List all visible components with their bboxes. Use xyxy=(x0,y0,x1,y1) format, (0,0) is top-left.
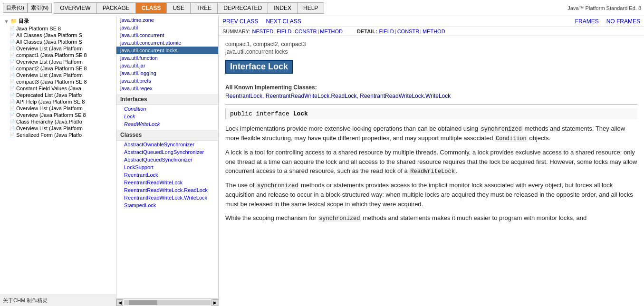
package-item[interactable]: java.util xyxy=(116,24,218,31)
package-item[interactable]: java.util.concurrent.locks xyxy=(116,47,218,54)
tree-item[interactable]: 📄 Overview List (Java Platform xyxy=(0,45,116,52)
nav-tabs: OVERVIEW PACKAGE CLASS USE TREE DEPRECAT… xyxy=(54,2,324,14)
doc-icon: 📄 xyxy=(10,33,15,38)
main-area: ▼ 📁 目录📄 Java Platform SE 8📄 All Classes … xyxy=(0,16,644,306)
class-item[interactable]: AbstractOwnableSynchronizer xyxy=(116,141,218,148)
interface-item[interactable]: Condition xyxy=(116,105,218,113)
doc-icon: 📄 xyxy=(10,86,15,91)
middle-scroll[interactable]: java.time.zonejava.utiljava.util.concurr… xyxy=(116,16,218,298)
tree-item[interactable]: 📄 API Help (Java Platform SE 8 xyxy=(0,98,116,105)
interface-item[interactable]: ReadWriteLock xyxy=(116,120,218,128)
interface-item[interactable]: Lock xyxy=(116,113,218,120)
java-platform-title: Java™ Platform Standard Ed. 8 xyxy=(567,5,641,11)
detail-label: DETAIL: xyxy=(357,29,377,34)
package-item[interactable]: java.util.prefs xyxy=(116,77,218,85)
tree-item[interactable]: 📄 compact1 (Java.Platform SE 8 xyxy=(0,52,116,58)
tree-item[interactable]: 📄 Java Platform SE 8 xyxy=(0,25,116,32)
tab-index[interactable]: INDEX xyxy=(268,2,297,14)
inline-code: ReadWriteLock xyxy=(409,168,456,175)
compact-line-2: java.util.concurrent.locks xyxy=(225,48,637,55)
interfaces-header: Interfaces xyxy=(116,94,218,105)
interface-title: Interface Lock xyxy=(225,60,293,74)
hscroll-track[interactable] xyxy=(124,300,211,305)
tree-item[interactable]: 📄 Overview List (Java Platform xyxy=(0,58,116,65)
package-item[interactable]: java.util.function xyxy=(116,54,218,62)
top-navigation: 目录(O) 索引(N) OVERVIEW PACKAGE CLASS USE T… xyxy=(0,0,644,16)
doc-icon: 📄 xyxy=(10,79,15,84)
package-item[interactable]: java.util.jar xyxy=(116,62,218,69)
package-item[interactable]: java.util.concurrent.atomic xyxy=(116,39,218,47)
right-panel: PREV CLASS NEXT CLASS FRAMES NO FRAMES S… xyxy=(219,16,644,306)
hscroll-right-btn[interactable]: ▶ xyxy=(211,299,218,306)
tree-item[interactable]: 📄 Deprecated List (Java Platfo xyxy=(0,92,116,98)
classes-list: AbstractOwnableSynchronizerAbstractQueue… xyxy=(116,141,218,209)
tree-item[interactable]: 📄 compact2 (Java Platform SE 8 xyxy=(0,65,116,72)
next-class-link[interactable]: NEXT CLASS xyxy=(266,18,301,25)
sep1: | xyxy=(274,29,276,34)
tree-item[interactable]: 📄 Overview List (Java Platform xyxy=(0,125,116,132)
middle-panel: java.time.zonejava.utiljava.util.concurr… xyxy=(116,16,219,306)
tab-overview[interactable]: OVERVIEW xyxy=(54,2,96,14)
tree-item[interactable]: 📄 Overview List (Java Platform xyxy=(0,105,116,112)
tree-item[interactable]: 📄 Class Hierarchy (Java.Platfo xyxy=(0,118,116,125)
inline-code: synchronized xyxy=(256,182,299,189)
hscroll-thumb[interactable] xyxy=(129,300,157,305)
summary-label: SUMMARY: xyxy=(222,29,250,34)
class-item[interactable]: LockSupport xyxy=(116,163,218,171)
sep2: | xyxy=(292,29,294,34)
class-item[interactable]: AbstractQueuedLongSynchronizer xyxy=(116,148,218,156)
summary-method-link[interactable]: METHOD xyxy=(320,29,343,34)
tab-use[interactable]: USE xyxy=(166,2,190,14)
description-para-1: Lock implementations provide more extens… xyxy=(225,124,637,143)
prev-class-link[interactable]: PREV CLASS xyxy=(222,18,258,25)
class-item[interactable]: ReentrantLock xyxy=(116,171,218,179)
tree-item[interactable]: 📄 compact3 (Java Platform SE 8 xyxy=(0,78,116,85)
summary-nested-link[interactable]: NESTED xyxy=(252,29,273,34)
code-declaration: public interface Lock xyxy=(225,108,637,119)
doc-icon: 📄 xyxy=(10,133,15,137)
tree-item[interactable]: ▼ 📁 目录 xyxy=(0,17,116,25)
class-item[interactable]: ReentrantReadWriteLock xyxy=(116,179,218,186)
detail-field-link[interactable]: FIELD xyxy=(379,29,394,34)
class-item[interactable]: ReentrantReadWriteLock.WriteLock xyxy=(116,194,218,201)
no-frames-link[interactable]: NO FRAMES xyxy=(606,18,640,25)
tree-item[interactable]: 📄 Overview (Java Platform SE 8 xyxy=(0,112,116,118)
doc-icon: 📄 xyxy=(10,113,15,117)
tab-tree[interactable]: TREE xyxy=(190,2,217,14)
class-item[interactable]: AbstractQueuedSynchronizer xyxy=(116,156,218,163)
tree-item[interactable]: 📄 All Classes (Java Platform S xyxy=(0,32,116,38)
tab-deprecated[interactable]: DEPRECATED xyxy=(217,2,268,14)
all-known-label: All Known Implementing Classes: xyxy=(225,84,637,91)
doc-icon: 📄 xyxy=(10,46,15,51)
tree-item[interactable]: 📄 Overview List (Java Platform xyxy=(0,72,116,78)
menu-button-suoyin[interactable]: 索引(N) xyxy=(28,3,52,13)
tab-class[interactable]: CLASS xyxy=(135,2,167,14)
package-item[interactable]: java.time.zone xyxy=(116,16,218,24)
tree-item[interactable]: 📄 All Classes (Java Platform S xyxy=(0,38,116,45)
expand-icon: ▼ xyxy=(4,19,9,24)
tree-item[interactable]: 📄 Constant Field Values (Java xyxy=(0,85,116,92)
tab-package[interactable]: PACKAGE xyxy=(96,2,135,14)
interfaces-list: ConditionLockReadWriteLock xyxy=(116,105,218,128)
detail-constr-link[interactable]: CONSTR xyxy=(397,29,419,34)
class-item[interactable]: ReentrantReadWriteLock.ReadLock xyxy=(116,186,218,194)
description-para-2: A lock is a tool for controlling access … xyxy=(225,148,637,176)
detail-method-link[interactable]: METHOD xyxy=(423,29,445,34)
package-item[interactable]: java.util.logging xyxy=(116,69,218,77)
package-item[interactable]: java.util.regex xyxy=(116,85,218,92)
menu-button-mulu[interactable]: 目录(O) xyxy=(3,3,28,13)
middle-hscroll[interactable]: ◀ ▶ xyxy=(116,298,218,306)
summary-constr-link[interactable]: CONSTR xyxy=(295,29,317,34)
package-item[interactable]: java.util.concurrent xyxy=(116,31,218,39)
doc-icon: 📄 xyxy=(10,39,15,44)
class-item[interactable]: StampedLock xyxy=(116,201,218,209)
frames-link[interactable]: FRAMES xyxy=(575,18,599,25)
code-text: public interface Lock xyxy=(230,110,308,117)
folder-icon: 📁 xyxy=(10,18,17,24)
hscroll-left-btn[interactable]: ◀ xyxy=(116,299,123,306)
tree-item[interactable]: 📄 Serialized Form (Java Platfo xyxy=(0,132,116,138)
sep5: | xyxy=(395,29,396,34)
right-content[interactable]: compact1, compact2, compact3 java.util.c… xyxy=(219,36,644,306)
tab-help[interactable]: HELP xyxy=(297,2,324,14)
summary-field-link[interactable]: FIELD xyxy=(277,29,291,34)
